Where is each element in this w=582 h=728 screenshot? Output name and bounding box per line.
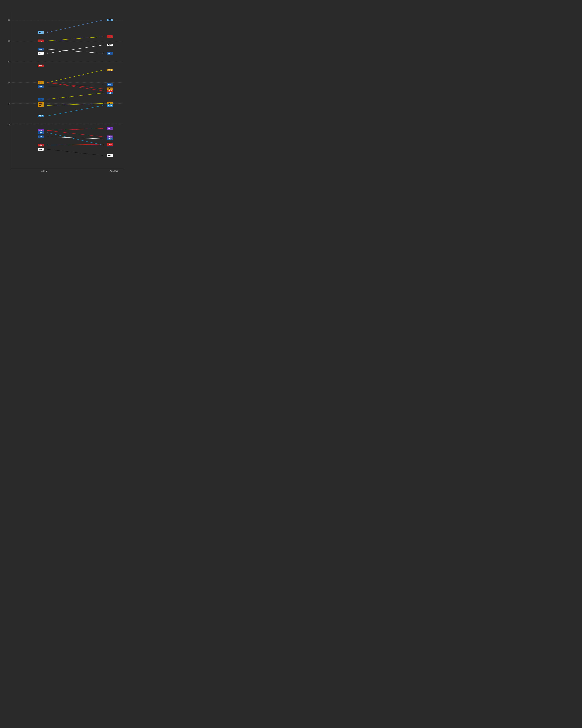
svg-line-26 [47,130,103,137]
svg-text:MCI: MCI [39,32,42,33]
svg-text:CHE: CHE [39,48,42,50]
svg-text:10: 10 [8,123,10,126]
svg-text:25: 25 [8,61,10,63]
svg-text:CAR: CAR [39,132,43,133]
chart-svg: 101520253035MCIMCILIVLIVTOTTOTCHECHEARSM… [0,0,140,182]
svg-text:LIV: LIV [109,36,111,37]
svg-text:HUD: HUD [108,138,112,140]
svg-text:20: 20 [8,81,10,84]
svg-text:WAT: WAT [108,88,112,90]
svg-text:LEI: LEI [109,92,111,94]
svg-text:ARS: ARS [39,65,42,67]
svg-line-19 [47,82,103,91]
svg-text:SOU: SOU [39,144,43,146]
svg-text:WHU: WHU [108,105,112,106]
svg-text:TOT: TOT [39,52,42,54]
svg-text:SOU: SOU [108,144,112,145]
svg-text:35: 35 [8,19,10,21]
svg-text:EVE: EVE [39,86,42,88]
svg-text:WAT: WAT [39,82,43,83]
svg-text:WHU: WHU [39,115,43,117]
svg-text:BUR: BUR [39,130,43,131]
svg-text:BHA: BHA [39,105,43,106]
svg-line-14 [47,20,103,32]
svg-text:TOT: TOT [108,44,111,46]
svg-line-27 [47,133,103,145]
svg-text:EVE: EVE [108,84,111,85]
svg-text:LEI: LEI [39,98,42,100]
svg-line-15 [47,37,103,41]
svg-text:CRY: CRY [108,128,112,129]
svg-line-23 [47,103,103,105]
svg-line-21 [47,82,103,89]
svg-text:HUD: HUD [39,136,43,137]
svg-line-29 [47,144,103,145]
svg-text:MUN: MUN [108,69,112,71]
svg-line-28 [47,137,103,139]
svg-line-30 [47,149,103,156]
svg-text:FUL: FUL [39,148,42,150]
svg-text:BOU: BOU [108,90,112,92]
svg-line-18 [47,70,103,82]
svg-text:LIV: LIV [39,40,42,42]
svg-text:BUR: BUR [108,136,112,137]
svg-line-17 [47,49,103,53]
svg-text:FUL: FUL [108,155,111,156]
svg-text:30: 30 [8,40,10,42]
svg-text:BHA: BHA [108,103,112,104]
svg-line-25 [47,128,103,130]
svg-line-16 [47,45,103,53]
svg-line-22 [47,93,103,99]
svg-text:15: 15 [8,102,10,105]
svg-line-24 [47,106,103,116]
svg-text:MCI: MCI [108,19,111,21]
svg-text:CHE: CHE [108,52,111,54]
svg-text:WOL: WOL [39,103,43,104]
